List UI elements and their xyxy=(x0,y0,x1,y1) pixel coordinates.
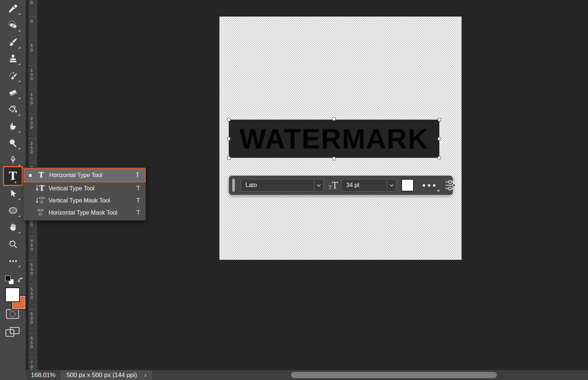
text-layer-bounding-box[interactable]: WATERMARK xyxy=(229,119,440,158)
ruler-minor-tick xyxy=(36,51,37,51)
quick-mask-mode-icon[interactable] xyxy=(6,309,19,320)
ruler-minor-tick xyxy=(36,229,37,229)
transform-handle-top-middle[interactable] xyxy=(332,117,336,121)
zoom-tool[interactable] xyxy=(0,236,26,252)
smudge-tool[interactable] xyxy=(0,118,26,135)
transform-handle-bottom-left[interactable] xyxy=(227,156,230,159)
ruler-minor-tick xyxy=(36,245,37,246)
ruler-minor-tick xyxy=(36,155,37,156)
transform-handle-bottom-middle[interactable] xyxy=(332,157,336,160)
active-tool-bullet xyxy=(29,174,32,177)
flyout-indicator-icon xyxy=(18,63,20,65)
horizontal-type-icon: T xyxy=(35,171,47,180)
ruler-minor-tick xyxy=(36,236,37,236)
ruler-label: 5 0 0 xyxy=(31,263,33,276)
ruler-minor-tick xyxy=(36,102,37,102)
dodge-tool[interactable] xyxy=(0,135,26,151)
brush-tool[interactable] xyxy=(0,34,26,50)
ruler-minor-tick xyxy=(36,319,37,319)
ruler-minor-tick xyxy=(36,119,37,119)
ruler-minor-tick xyxy=(36,90,37,90)
type-options-bar: Lato TT 34 pt xyxy=(229,176,453,195)
font-size-icon: TT xyxy=(329,181,338,190)
ruler-label: 6 0 0 xyxy=(31,312,33,325)
svg-text:T: T xyxy=(38,208,43,217)
menu-item-shortcut: T xyxy=(136,209,140,216)
history-brush-tool[interactable] xyxy=(0,68,26,84)
ruler-minor-tick xyxy=(36,153,37,153)
ruler-minor-tick xyxy=(36,248,37,248)
ruler-minor-tick xyxy=(36,329,37,329)
menu-item-horizontal-type-tool[interactable]: THorizontal Type ToolT xyxy=(24,168,146,182)
ruler-minor-tick xyxy=(36,85,37,85)
ellipse-tool[interactable] xyxy=(0,202,26,219)
ruler-minor-tick xyxy=(36,41,37,41)
path-selection-tool[interactable] xyxy=(0,186,26,202)
transform-handle-bottom-right[interactable] xyxy=(438,156,441,159)
document-info-segment[interactable]: 500 px x 500 px (144 ppi) › xyxy=(61,370,152,380)
ruler-minor-tick xyxy=(36,304,37,304)
transform-handle-middle-right[interactable] xyxy=(438,137,441,140)
ruler-minor-tick xyxy=(36,9,37,10)
menu-item-vertical-type-mask-tool[interactable]: TVertical Type Mask ToolT xyxy=(24,194,146,207)
ruler-minor-tick xyxy=(36,360,37,361)
default-foreground-swatch xyxy=(5,276,11,281)
ruler-minor-tick xyxy=(36,290,37,290)
ruler-label: 1 5 0 xyxy=(31,93,33,105)
ruler-minor-tick xyxy=(36,333,37,334)
ruler-minor-tick xyxy=(36,143,37,144)
horizontal-scrollbar-thumb[interactable] xyxy=(291,372,497,378)
drag-handle[interactable] xyxy=(232,179,235,192)
ruler-minor-tick xyxy=(36,287,37,287)
flyout-indicator-icon xyxy=(18,97,20,99)
svg-text:T: T xyxy=(39,184,45,193)
ruler-minor-tick xyxy=(36,345,37,346)
dodge-icon xyxy=(8,138,18,148)
transform-handle-middle-left[interactable] xyxy=(227,137,230,140)
canvas[interactable]: WATERMARK xyxy=(219,17,462,260)
ruler-minor-tick xyxy=(36,275,37,275)
ruler-minor-tick xyxy=(36,348,37,348)
foreground-color-swatch[interactable] xyxy=(5,287,20,302)
screen-mode-icon[interactable] xyxy=(5,326,20,339)
text-color-swatch[interactable] xyxy=(401,179,414,191)
transform-handle-top-right[interactable] xyxy=(438,118,441,121)
menu-item-horizontal-type-mask-tool[interactable]: THorizontal Type Mask ToolT xyxy=(24,207,146,219)
font-family-select[interactable]: Lato xyxy=(241,179,324,191)
zoom-level[interactable]: 168,01% xyxy=(26,372,61,379)
default-colors-icon[interactable] xyxy=(5,276,15,285)
pen-tool[interactable] xyxy=(0,152,26,168)
swap-colors-icon[interactable] xyxy=(16,275,25,284)
clone-stamp-tool[interactable] xyxy=(0,51,26,67)
ruler-minor-tick xyxy=(36,358,37,358)
zoom-icon xyxy=(8,239,18,249)
menu-item-shortcut: T xyxy=(136,172,139,179)
caret-down-icon xyxy=(437,190,440,192)
ruler-minor-tick xyxy=(36,163,37,163)
type-tool[interactable]: T xyxy=(3,166,23,186)
spot-healing-tool[interactable] xyxy=(0,17,26,33)
adjustments-icon[interactable] xyxy=(444,179,458,191)
more-options-button[interactable] xyxy=(423,184,435,187)
paint-bucket-tool[interactable] xyxy=(0,101,26,118)
hand-tool[interactable] xyxy=(0,219,26,235)
ruler-minor-tick xyxy=(36,292,37,292)
ruler-minor-tick xyxy=(36,336,37,336)
more-tools[interactable] xyxy=(0,253,26,269)
chevron-down-icon[interactable] xyxy=(387,179,396,191)
font-size-select[interactable]: 34 pt xyxy=(341,179,397,191)
ruler-minor-tick xyxy=(36,33,37,34)
eraser-tool[interactable] xyxy=(0,85,26,101)
ruler-minor-tick xyxy=(36,160,37,161)
flyout-indicator-icon xyxy=(18,232,20,233)
menu-item-vertical-type-tool[interactable]: TVertical Type ToolT xyxy=(24,182,146,194)
ruler-minor-tick xyxy=(36,151,37,151)
ruler-minor-tick xyxy=(36,338,37,338)
chevron-right-icon[interactable]: › xyxy=(144,372,146,379)
eyedropper-tool[interactable] xyxy=(0,0,26,17)
ruler-minor-tick xyxy=(36,68,37,68)
document-dimensions: 500 px x 500 px (144 ppi) xyxy=(67,372,137,379)
svg-text:T: T xyxy=(39,171,44,179)
transform-handle-top-left[interactable] xyxy=(227,118,230,121)
chevron-down-icon[interactable] xyxy=(314,179,323,191)
